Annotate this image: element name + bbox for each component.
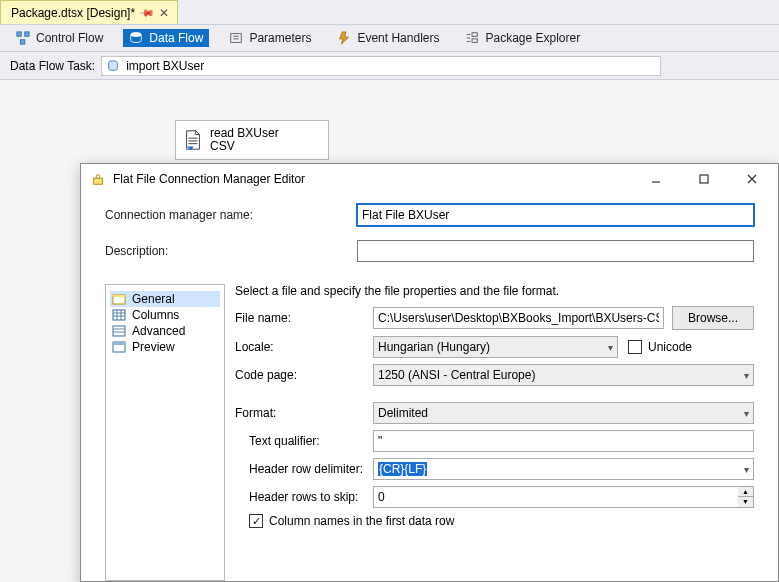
locale-select[interactable]: Hungarian (Hungary) ▾ (373, 336, 618, 358)
data-flow-icon (129, 31, 143, 45)
flat-file-connection-manager-dialog: Flat File Connection Manager Editor Conn… (80, 163, 779, 582)
close-button[interactable] (732, 166, 772, 192)
node-subtitle: CSV (210, 140, 279, 153)
codepage-label: Code page: (235, 368, 373, 382)
description-label: Description: (105, 244, 357, 258)
minimize-icon (650, 173, 662, 185)
connection-name-label: Connection manager name: (105, 208, 357, 222)
header-rows-skip-spinner[interactable]: ▲ ▼ (738, 486, 754, 508)
pin-icon[interactable]: 📌 (139, 4, 155, 20)
tree-item-advanced[interactable]: Advanced (110, 323, 220, 339)
general-icon (112, 293, 126, 305)
control-flow-icon (16, 31, 30, 45)
format-label: Format: (235, 406, 373, 420)
svg-rect-8 (94, 178, 103, 184)
advanced-icon (112, 325, 126, 337)
form-header: Select a file and specify the file prope… (235, 284, 754, 298)
document-tab-title: Package.dtsx [Design]* (11, 6, 135, 20)
page-tree: General Columns Advanced Preview (105, 284, 225, 581)
connection-name-input[interactable] (357, 204, 754, 226)
maximize-button[interactable] (684, 166, 724, 192)
tree-item-label: Columns (132, 308, 179, 322)
tab-control-flow[interactable]: Control Flow (10, 29, 109, 47)
column-names-label: Column names in the first data row (269, 514, 454, 528)
svg-rect-15 (113, 342, 125, 345)
close-icon[interactable]: ✕ (159, 7, 169, 19)
format-value: Delimited (378, 406, 428, 420)
header-row-delimiter-label: Header row delimiter: (235, 462, 373, 476)
chevron-down-icon: ▾ (744, 408, 749, 419)
chevron-down-icon: ▾ (744, 370, 749, 381)
file-name-label: File name: (235, 311, 373, 325)
event-handlers-icon (337, 31, 351, 45)
tab-event-handlers[interactable]: Event Handlers (331, 29, 445, 47)
node-read-bxuser[interactable]: read BXUser CSV (175, 120, 329, 160)
preview-icon (112, 341, 126, 353)
dialog-icon (91, 172, 105, 186)
dialog-title: Flat File Connection Manager Editor (113, 172, 305, 186)
tab-event-handlers-label: Event Handlers (357, 31, 439, 45)
tab-data-flow-label: Data Flow (149, 31, 203, 45)
tab-parameters[interactable]: Parameters (223, 29, 317, 47)
header-rows-skip-input[interactable] (373, 486, 738, 508)
tab-control-flow-label: Control Flow (36, 31, 103, 45)
codepage-select[interactable]: 1250 (ANSI - Central Europe) ▾ (373, 364, 754, 386)
tab-data-flow[interactable]: Data Flow (123, 29, 209, 47)
data-flow-task-select[interactable]: import BXUser (101, 56, 661, 76)
description-input[interactable] (357, 240, 754, 262)
tree-item-label: Preview (132, 340, 175, 354)
data-flow-task-value: import BXUser (126, 59, 204, 73)
columns-icon (112, 309, 126, 321)
tab-parameters-label: Parameters (249, 31, 311, 45)
task-icon (106, 59, 120, 73)
svg-rect-5 (472, 33, 477, 37)
locale-label: Locale: (235, 340, 373, 354)
column-names-checkbox[interactable] (249, 514, 263, 528)
svg-rect-4 (231, 34, 242, 43)
data-flow-task-label: Data Flow Task: (10, 59, 95, 73)
tree-item-label: Advanced (132, 324, 185, 338)
dialog-titlebar[interactable]: Flat File Connection Manager Editor (81, 164, 778, 194)
file-name-input[interactable] (373, 307, 664, 329)
minimize-button[interactable] (636, 166, 676, 192)
browse-button-label: Browse... (688, 311, 738, 325)
unicode-label: Unicode (648, 340, 692, 354)
header-rows-skip-label: Header rows to skip: (235, 490, 373, 504)
document-tab[interactable]: Package.dtsx [Design]* 📌 ✕ (0, 0, 178, 24)
codepage-value: 1250 (ANSI - Central Europe) (378, 368, 535, 382)
text-qualifier-label: Text qualifier: (235, 434, 373, 448)
parameters-icon (229, 31, 243, 45)
tree-item-label: General (132, 292, 175, 306)
tree-item-preview[interactable]: Preview (110, 339, 220, 355)
designer-toolbar: Control Flow Data Flow Parameters Event … (0, 24, 779, 52)
close-icon (746, 173, 758, 185)
flat-file-source-icon (182, 129, 204, 151)
svg-rect-2 (20, 40, 24, 44)
svg-rect-1 (25, 32, 29, 36)
svg-point-3 (131, 33, 142, 37)
browse-button[interactable]: Browse... (672, 306, 754, 330)
svg-rect-0 (17, 32, 21, 36)
chevron-down-icon: ▾ (744, 464, 749, 475)
svg-rect-13 (113, 326, 125, 336)
unicode-checkbox[interactable] (628, 340, 642, 354)
package-explorer-icon (465, 31, 479, 45)
text-qualifier-input[interactable] (373, 430, 754, 452)
tree-item-general[interactable]: General (110, 291, 220, 307)
format-select[interactable]: Delimited ▾ (373, 402, 754, 424)
tree-item-columns[interactable]: Columns (110, 307, 220, 323)
data-flow-task-row: Data Flow Task: import BXUser (0, 52, 779, 80)
spin-down-icon[interactable]: ▼ (738, 497, 753, 507)
svg-rect-6 (472, 39, 477, 43)
svg-rect-9 (700, 175, 708, 183)
maximize-icon (698, 173, 710, 185)
svg-rect-12 (113, 310, 125, 320)
header-row-delimiter-select[interactable]: {CR}{LF} ▾ (373, 458, 754, 480)
header-row-delimiter-value: {CR}{LF} (378, 462, 427, 476)
chevron-down-icon: ▾ (608, 342, 613, 353)
locale-value: Hungarian (Hungary) (378, 340, 490, 354)
tab-package-explorer[interactable]: Package Explorer (459, 29, 586, 47)
svg-rect-11 (113, 295, 125, 297)
tab-package-explorer-label: Package Explorer (485, 31, 580, 45)
spin-up-icon[interactable]: ▲ (738, 487, 753, 497)
